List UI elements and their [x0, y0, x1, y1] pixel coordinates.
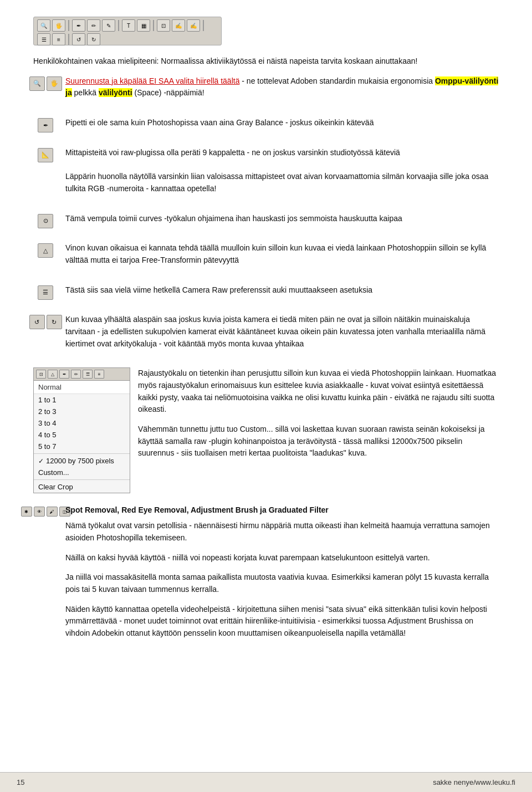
- vinon-icon-cell: △: [33, 242, 58, 258]
- checkmark-icon: ✓: [38, 457, 44, 465]
- dt-btn1[interactable]: ⊡: [36, 370, 46, 379]
- list-icon: ☰: [38, 285, 53, 300]
- suurennusta-text: Suurennusta ja käpälää EI SAA valita hii…: [65, 75, 499, 99]
- dropdown-divider-2: [34, 479, 130, 480]
- mittapisteit-text: Mittapisteitä voi raw-plugissa olla perä…: [65, 147, 499, 195]
- tempula-icon-cell: ⊙: [33, 213, 58, 228]
- tb-list2-btn[interactable]: ≡: [52, 33, 65, 45]
- dropdown-text1: Rajaustyökalu on tietenkin ihan perusjut…: [138, 367, 499, 416]
- tempula-section: ⊙ Tämä vempula toimii curves -työkalun o…: [33, 213, 499, 233]
- page-footer: 15 sakke nenye/www.leuku.fi: [0, 772, 532, 792]
- tb-separator-5: [68, 34, 69, 45]
- dropdown-item-5to7[interactable]: 5 to 7: [34, 441, 130, 452]
- tb-undo-btn[interactable]: ↺: [72, 33, 85, 45]
- kuvaa-text: Kun kuvaa ylhäältä alaspäin saa joskus k…: [65, 314, 499, 350]
- page-content: 🔍 🖐 ✒ ✏ ✎ T ▦ ⊡ ✍ ✍ ☰ ≡ ↺ ↻ Henkilökohta…: [0, 0, 532, 691]
- tb-pencil2-btn[interactable]: ✏: [87, 19, 100, 32]
- tasta-text: Tästä siis saa vielä viime hetkellä Came…: [65, 284, 499, 297]
- dt-btn6[interactable]: ≡: [94, 370, 104, 379]
- dropdown-item-2to3[interactable]: 2 to 3: [34, 406, 130, 417]
- tb-pencil1-btn[interactable]: ✒: [72, 19, 85, 32]
- tb-redo-btn[interactable]: ↻: [87, 33, 100, 45]
- dt-btn3[interactable]: ✒: [59, 370, 69, 379]
- tasta-section: ☰ Tästä siis saa vielä viime hetkellä Ca…: [33, 284, 499, 304]
- spot-icon-cell: ✱ 👁 🖌 ◫: [33, 505, 58, 517]
- tasta-icon-cell: ☰: [33, 284, 58, 300]
- camera1-icon: ↺: [29, 315, 45, 329]
- pipetti-section: ✒ Pipetti ei ole sama kuin Photoshopissa…: [33, 117, 499, 137]
- dropdown-box[interactable]: ⊡ △ ✒ ✏ ☰ ≡ Normal 1 to 1 2 to 3 3 to 4 …: [33, 367, 130, 493]
- kuvaa-section: ↺ ↻ Kun kuvaa ylhäältä alaspäin saa josk…: [33, 314, 499, 357]
- top-toolbar: 🔍 🖐 ✒ ✏ ✎ T ▦ ⊡ ✍ ✍ ☰ ≡ ↺ ↻: [33, 17, 222, 45]
- suurennusta-red-text: Suurennusta ja käpälää EI SAA valita hii…: [65, 76, 239, 85]
- tb-shape-btn[interactable]: ▦: [137, 19, 150, 32]
- intro-text: Henkilökohtainen vakaa mielipiteeni: Nor…: [33, 57, 417, 65]
- mittapisteit-section: 📐 Mittapisteitä voi raw-plugissa olla pe…: [33, 147, 499, 203]
- footer-site: sakke nenye/www.leuku.fi: [433, 778, 515, 786]
- magnify-icon: 🔍: [29, 76, 45, 91]
- transform-icon: △: [38, 243, 53, 258]
- mittapisteit-icon-cell: 📐: [33, 147, 58, 162]
- spot-removal-icon[interactable]: ✱: [21, 507, 32, 517]
- icon-row: 🔍 🖐: [29, 76, 62, 91]
- tb-crop-btn[interactable]: ⊡: [157, 19, 170, 32]
- spot-para2: Näillä on kaksi hyvää käyttöä - niillä v…: [65, 552, 499, 564]
- adj-brush-icon[interactable]: 🖌: [47, 507, 58, 517]
- hand-icon: 🖐: [47, 76, 62, 91]
- dropdown-item-12000[interactable]: ✓ 12000 by 7500 pixels: [34, 455, 130, 467]
- dropdown-item-custom[interactable]: Custom...: [34, 467, 130, 478]
- tb-text-btn[interactable]: T: [122, 19, 135, 32]
- tb-list1-btn[interactable]: ☰: [37, 33, 50, 45]
- red-eye-icon[interactable]: 👁: [34, 507, 45, 517]
- dropdown-item-clearcrop[interactable]: Clear Crop: [34, 481, 130, 493]
- dropdown-divider: [34, 453, 130, 454]
- dropdown-normal-label: Normal: [34, 381, 130, 394]
- dropdown-item-4to5[interactable]: 4 to 5: [34, 429, 130, 441]
- dt-btn5[interactable]: ☰: [83, 370, 93, 379]
- suurennusta-section: 🔍 🖐 Suurennusta ja käpälää EI SAA valita…: [33, 75, 499, 107]
- spot-para3: Ja niillä voi massakäsitellä monta samaa…: [65, 571, 499, 595]
- ruler-icon: 📐: [38, 148, 53, 162]
- tb-separator-4: [203, 20, 204, 31]
- suurennusta-normal-1: - ne tottelevat Adoben standardin mukais…: [242, 76, 435, 85]
- spot-para1: Nämä työkalut ovat varsin petollisia - n…: [65, 520, 499, 544]
- valilyonti-highlight: välilyönti: [99, 88, 132, 97]
- footer-page-number: 15: [17, 778, 24, 786]
- pipetti-icon-cell: ✒: [33, 117, 58, 132]
- spot-section: ✱ 👁 🖌 ◫ Spot Removal, Red Eye Removal, A…: [33, 505, 499, 647]
- suurennusta-normal-3: (Space) -näppäimiä!: [135, 88, 204, 97]
- dropdown-toolbar: ⊡ △ ✒ ✏ ☰ ≡: [34, 368, 130, 381]
- vinon-text: Vinon kuvan oikaisua ei kannata tehdä tä…: [65, 242, 499, 266]
- pipetti-text: Pipetti ei ole sama kuin Photoshopissa v…: [65, 117, 499, 129]
- camera2-icon: ↻: [47, 315, 62, 329]
- tb-pen2-btn[interactable]: ✍: [187, 19, 200, 32]
- curves-icon: ⊙: [38, 214, 53, 228]
- spot-heading: Spot Removal, Red Eye Removal, Adjustmen…: [65, 505, 499, 514]
- tb-separator-3: [153, 20, 154, 31]
- vinon-section: △ Vinon kuvan oikaisua ei kannata tehdä …: [33, 242, 499, 274]
- dt-btn4[interactable]: ✏: [71, 370, 81, 379]
- intro-section: Henkilökohtainen vakaa mielipiteeni: Nor…: [33, 55, 499, 68]
- dropdown-12000-label: 12000 by 7500 pixels: [46, 457, 114, 465]
- tb-separator-1: [68, 20, 69, 31]
- dt-btn2[interactable]: △: [48, 370, 58, 379]
- tb-hand-btn[interactable]: 🖐: [52, 19, 65, 32]
- dropdown-panel: ⊡ △ ✒ ✏ ☰ ≡ Normal 1 to 1 2 to 3 3 to 4 …: [33, 367, 499, 493]
- spot-para4: Näiden käyttö kannattaa opetella videohe…: [65, 604, 499, 640]
- dropdown-text2: Vähemmän tunnettu juttu tuo Custom... si…: [138, 423, 499, 459]
- dropdown-item-1to1[interactable]: 1 to 1: [34, 394, 130, 406]
- pipetti-icon: ✒: [38, 118, 53, 132]
- dropdown-text-content: Rajaustyökalu on tietenkin ihan perusjut…: [138, 367, 499, 467]
- spot-content: Spot Removal, Red Eye Removal, Adjustmen…: [65, 505, 499, 647]
- kuvaa-icon-row: ↺ ↻: [29, 315, 62, 329]
- tb-separator-2: [118, 20, 119, 31]
- suurennusta-normal-2: pelkkä: [74, 88, 99, 97]
- suurennusta-icons: 🔍 🖐: [33, 75, 58, 91]
- tb-pen-btn[interactable]: ✍: [172, 19, 185, 32]
- dropdown-item-3to4[interactable]: 3 to 4: [34, 417, 130, 429]
- tempula-text: Tämä vempula toimii curves -työkalun ohj…: [65, 213, 499, 225]
- spot-toolbar: ✱ 👁 🖌 ◫: [21, 507, 70, 517]
- tb-magnify-btn[interactable]: 🔍: [37, 19, 50, 32]
- tb-pencil3-btn[interactable]: ✎: [102, 19, 115, 32]
- kuvaa-icon-cell: ↺ ↻: [33, 314, 58, 329]
